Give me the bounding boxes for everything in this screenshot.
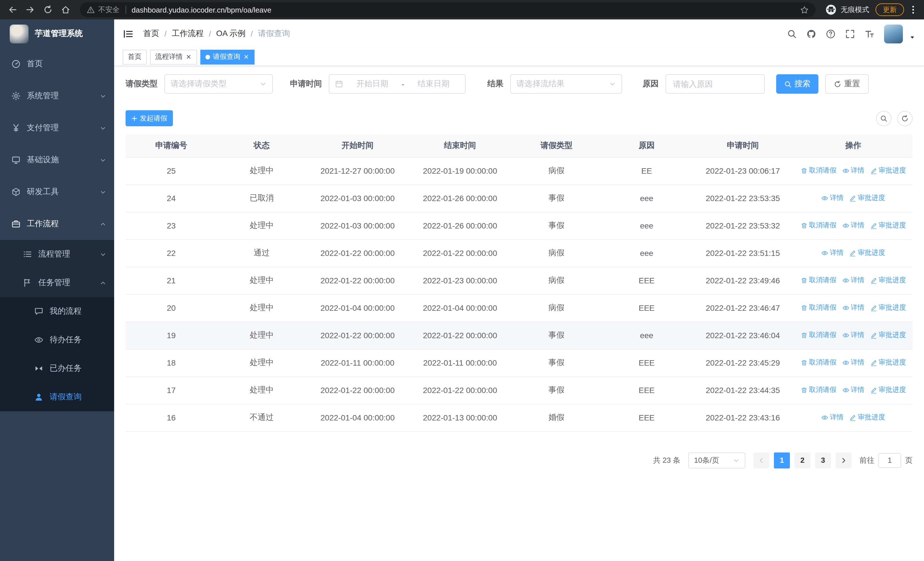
page-size-select[interactable]: 10条/页 <box>688 452 746 468</box>
cancel-leave-button[interactable]: 取消请假 <box>801 221 836 230</box>
url-text[interactable]: dashboard.yudao.iocoder.cn/bpm/oa/leave <box>132 5 800 14</box>
table-body: 25处理中2021-12-27 00:00:002022-01-19 00:00… <box>126 157 913 431</box>
result-select[interactable]: 请选择流结果 <box>510 74 622 94</box>
approval-progress-button[interactable]: 审批进度 <box>870 303 906 313</box>
approval-progress-button[interactable]: 审批进度 <box>870 385 906 395</box>
next-page-button[interactable] <box>836 452 852 468</box>
approval-progress-button[interactable]: 审批进度 <box>849 193 885 203</box>
detail-button[interactable]: 详情 <box>842 358 864 368</box>
tab-home[interactable]: 首页 <box>123 50 147 64</box>
sidebar-item-home[interactable]: 首页 <box>0 48 114 80</box>
eye-icon <box>842 359 849 366</box>
cell-reason: EEE <box>602 349 692 376</box>
browser-forward-button[interactable] <box>23 3 37 17</box>
cell-type: 事假 <box>512 322 602 349</box>
user-avatar[interactable] <box>884 24 903 43</box>
detail-button[interactable]: 详情 <box>842 385 864 395</box>
browser-menu-icon[interactable] <box>908 5 918 15</box>
search-button[interactable]: 搜索 <box>776 74 818 94</box>
font-size-icon[interactable] <box>865 29 874 39</box>
tab-close-icon[interactable] <box>186 54 192 60</box>
tab-close-icon[interactable] <box>243 54 249 60</box>
breadcrumb-item[interactable]: OA 示例 <box>216 29 246 39</box>
tab-process-detail[interactable]: 流程详情 <box>150 50 197 64</box>
approval-progress-button[interactable]: 审批进度 <box>870 221 906 230</box>
app-logo[interactable]: 芋道管理系统 <box>0 20 114 48</box>
cancel-leave-button[interactable]: 取消请假 <box>801 385 836 395</box>
sidebar-item-done-tasks[interactable]: 已办任务 <box>0 354 114 383</box>
action-label: 详情 <box>850 166 864 176</box>
browser-home-button[interactable] <box>59 3 72 17</box>
leave-type-select[interactable]: 请选择请假类型 <box>164 74 273 94</box>
reason-input[interactable] <box>666 74 765 94</box>
reset-button[interactable]: 重置 <box>825 74 868 94</box>
approval-progress-button[interactable]: 审批进度 <box>849 413 885 423</box>
cancel-leave-button[interactable]: 取消请假 <box>801 303 836 313</box>
cancel-leave-button[interactable]: 取消请假 <box>801 358 836 368</box>
toggle-search-button[interactable] <box>876 111 891 126</box>
cell-start: 2022-01-22 00:00:00 <box>306 376 409 404</box>
page-button-3[interactable]: 3 <box>815 452 831 468</box>
sidebar-item-workflow[interactable]: 工作流程 <box>0 208 114 240</box>
detail-button[interactable]: 详情 <box>821 248 843 258</box>
browser-update-button[interactable]: 更新 <box>876 3 904 16</box>
apply-time-range-picker[interactable]: 开始日期 - 结束日期 <box>329 74 466 94</box>
sidebar-item-my-process[interactable]: 我的流程 <box>0 297 114 326</box>
browser-reload-button[interactable] <box>41 3 55 17</box>
detail-button[interactable]: 详情 <box>821 193 843 203</box>
prev-page-button[interactable] <box>753 452 770 468</box>
security-label[interactable]: 不安全 <box>98 5 120 15</box>
edit-icon <box>849 414 856 421</box>
breadcrumb-item[interactable]: 工作流程 <box>172 29 204 39</box>
caret-down-icon[interactable] <box>909 34 915 40</box>
sidebar-item-payment-management[interactable]: 支付管理 <box>0 112 114 144</box>
detail-button[interactable]: 详情 <box>842 303 864 313</box>
sidebar-item-leave-query[interactable]: 请假查询 <box>0 383 114 411</box>
search-icon[interactable] <box>787 29 797 39</box>
hamburger-icon[interactable] <box>123 28 134 39</box>
create-leave-button[interactable]: 发起请假 <box>126 110 173 126</box>
help-icon[interactable] <box>826 29 836 39</box>
active-tab-dot <box>206 54 210 59</box>
table-toolbar: 发起请假 <box>126 110 913 126</box>
approval-progress-button[interactable]: 审批进度 <box>870 276 906 285</box>
page-button-1[interactable]: 1 <box>774 452 790 468</box>
fullscreen-icon[interactable] <box>845 29 855 39</box>
viewport: 不安全 dashboard.yudao.iocoder.cn/bpm/oa/le… <box>0 0 924 561</box>
github-icon[interactable] <box>806 29 816 39</box>
address-bar[interactable]: 不安全 dashboard.yudao.iocoder.cn/bpm/oa/le… <box>80 2 816 17</box>
cancel-leave-button[interactable]: 取消请假 <box>801 166 836 176</box>
detail-button[interactable]: 详情 <box>842 276 864 285</box>
trash-icon <box>801 359 807 366</box>
approval-progress-button[interactable]: 审批进度 <box>870 331 906 340</box>
sidebar-item-process-management[interactable]: 流程管理 <box>0 240 114 269</box>
approval-progress-button[interactable]: 审批进度 <box>849 248 885 258</box>
app-title: 芋道管理系统 <box>35 29 83 39</box>
sidebar-item-task-management[interactable]: 任务管理 <box>0 269 114 297</box>
table-row: 16不通过2022-01-04 00:00:002022-01-13 00:00… <box>126 404 913 431</box>
sidebar-item-dev-tools[interactable]: 研发工具 <box>0 176 114 208</box>
sidebar-item-infrastructure[interactable]: 基础设施 <box>0 144 114 176</box>
cancel-leave-button[interactable]: 取消请假 <box>801 276 836 285</box>
detail-button[interactable]: 详情 <box>821 413 843 423</box>
breadcrumb-item[interactable]: 首页 <box>143 29 159 39</box>
approval-progress-button[interactable]: 审批进度 <box>870 358 906 368</box>
start-date-placeholder: 开始日期 <box>346 79 398 89</box>
tab-leave-query[interactable]: 请假查询 <box>200 50 255 64</box>
detail-button[interactable]: 详情 <box>842 331 864 340</box>
sidebar-item-system-management[interactable]: 系统管理 <box>0 80 114 112</box>
goto-page-input[interactable] <box>878 453 901 468</box>
detail-button[interactable]: 详情 <box>842 166 864 176</box>
browser-back-button[interactable] <box>6 3 20 17</box>
action-label: 审批进度 <box>858 193 885 203</box>
cancel-leave-button[interactable]: 取消请假 <box>801 331 836 340</box>
refresh-table-button[interactable] <box>897 111 913 126</box>
sidebar-item-todo-tasks[interactable]: 待办任务 <box>0 326 114 354</box>
page-button-2[interactable]: 2 <box>795 452 810 468</box>
sidebar-item-label: 基础设施 <box>27 155 59 165</box>
approval-progress-button[interactable]: 审批进度 <box>870 166 906 176</box>
detail-button[interactable]: 详情 <box>842 221 864 230</box>
cell-end: 2022-01-22 00:00:00 <box>409 322 512 349</box>
bookmark-star-icon[interactable] <box>800 5 809 14</box>
leave-table: 申请编号状态开始时间结束时间请假类型原因申请时间操作 25处理中2021-12-… <box>126 134 913 432</box>
